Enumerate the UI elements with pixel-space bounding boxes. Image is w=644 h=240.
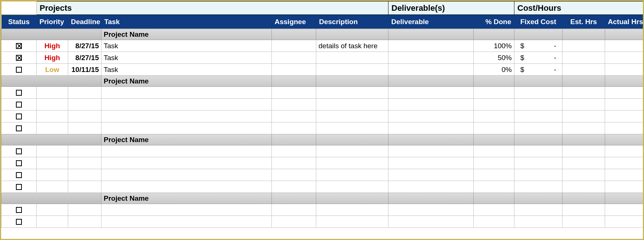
fixed-cost-cell[interactable] (514, 122, 563, 134)
deliverable-cell[interactable] (388, 99, 474, 111)
deadline-cell[interactable] (68, 99, 101, 111)
description-cell[interactable] (316, 204, 388, 216)
priority-cell[interactable]: Low (37, 64, 68, 76)
actual-hrs-cell[interactable] (605, 99, 644, 111)
assignee-cell[interactable] (272, 99, 316, 111)
est-hrs-cell[interactable] (563, 181, 605, 193)
status-cell[interactable] (1, 157, 37, 169)
checkbox-empty-icon[interactable] (16, 207, 22, 213)
est-hrs-cell[interactable] (563, 64, 605, 76)
priority-cell[interactable] (37, 216, 68, 228)
description-cell[interactable] (316, 52, 388, 64)
deadline-cell[interactable]: 10/11/15 (68, 64, 101, 76)
status-cell[interactable] (1, 99, 37, 111)
priority-cell[interactable] (37, 111, 68, 122)
fixed-cost-cell[interactable]: $- (514, 52, 563, 64)
task-cell[interactable] (101, 87, 272, 99)
fixed-cost-cell[interactable] (514, 169, 563, 181)
deliverable-cell[interactable] (388, 87, 474, 99)
fixed-cost-cell[interactable] (514, 99, 563, 111)
checkbox-empty-icon[interactable] (16, 67, 22, 73)
pct-done-cell[interactable] (474, 204, 514, 216)
status-cell[interactable] (1, 64, 37, 76)
status-cell[interactable] (1, 52, 37, 64)
deadline-cell[interactable] (68, 169, 101, 181)
deliverable-cell[interactable] (388, 64, 474, 76)
status-cell[interactable] (1, 87, 37, 99)
description-cell[interactable] (316, 157, 388, 169)
description-cell[interactable] (316, 145, 388, 157)
checkbox-checked-icon[interactable] (16, 43, 22, 49)
actual-hrs-cell[interactable] (605, 145, 644, 157)
description-cell[interactable] (316, 111, 388, 122)
task-cell[interactable] (101, 111, 272, 122)
priority-cell[interactable] (37, 157, 68, 169)
assignee-cell[interactable] (272, 204, 316, 216)
checkbox-empty-icon[interactable] (16, 102, 22, 108)
assignee-cell[interactable] (272, 87, 316, 99)
priority-cell[interactable]: High (37, 40, 68, 52)
status-cell[interactable] (1, 111, 37, 122)
actual-hrs-cell[interactable] (605, 64, 644, 76)
checkbox-empty-icon[interactable] (16, 148, 22, 154)
task-cell[interactable] (101, 169, 272, 181)
deadline-cell[interactable] (68, 145, 101, 157)
fixed-cost-cell[interactable] (514, 111, 563, 122)
assignee-cell[interactable] (272, 64, 316, 76)
checkbox-empty-icon[interactable] (16, 114, 22, 119)
est-hrs-cell[interactable] (563, 169, 605, 181)
actual-hrs-cell[interactable] (605, 122, 644, 134)
status-cell[interactable] (1, 216, 37, 228)
deliverable-cell[interactable] (388, 111, 474, 122)
status-cell[interactable] (1, 204, 37, 216)
est-hrs-cell[interactable] (563, 87, 605, 99)
fixed-cost-cell[interactable]: $- (514, 64, 563, 76)
priority-cell[interactable] (37, 145, 68, 157)
deliverable-cell[interactable] (388, 40, 474, 52)
est-hrs-cell[interactable] (563, 40, 605, 52)
description-cell[interactable] (316, 181, 388, 193)
assignee-cell[interactable] (272, 157, 316, 169)
deadline-cell[interactable]: 8/27/15 (68, 52, 101, 64)
task-cell[interactable]: Task (101, 52, 272, 64)
task-cell[interactable] (101, 204, 272, 216)
checkbox-empty-icon[interactable] (16, 172, 22, 178)
assignee-cell[interactable] (272, 122, 316, 134)
actual-hrs-cell[interactable] (605, 204, 644, 216)
deliverable-cell[interactable] (388, 145, 474, 157)
actual-hrs-cell[interactable] (605, 40, 644, 52)
est-hrs-cell[interactable] (563, 157, 605, 169)
deliverable-cell[interactable] (388, 169, 474, 181)
description-cell[interactable] (316, 64, 388, 76)
priority-cell[interactable] (37, 122, 68, 134)
est-hrs-cell[interactable] (563, 216, 605, 228)
priority-cell[interactable] (37, 99, 68, 111)
description-cell[interactable] (316, 169, 388, 181)
fixed-cost-cell[interactable] (514, 145, 563, 157)
description-cell[interactable]: details of task here (316, 40, 388, 52)
priority-cell[interactable] (37, 204, 68, 216)
deadline-cell[interactable] (68, 87, 101, 99)
status-cell[interactable] (1, 145, 37, 157)
status-cell[interactable] (1, 169, 37, 181)
pct-done-cell[interactable] (474, 216, 514, 228)
fixed-cost-cell[interactable] (514, 181, 563, 193)
status-cell[interactable] (1, 181, 37, 193)
deliverable-cell[interactable] (388, 52, 474, 64)
checkbox-empty-icon[interactable] (16, 125, 22, 131)
priority-cell[interactable]: High (37, 52, 68, 64)
priority-cell[interactable] (37, 87, 68, 99)
pct-done-cell[interactable]: 100% (474, 40, 514, 52)
actual-hrs-cell[interactable] (605, 169, 644, 181)
description-cell[interactable] (316, 87, 388, 99)
est-hrs-cell[interactable] (563, 204, 605, 216)
pct-done-cell[interactable] (474, 99, 514, 111)
fixed-cost-cell[interactable] (514, 87, 563, 99)
est-hrs-cell[interactable] (563, 99, 605, 111)
pct-done-cell[interactable]: 50% (474, 52, 514, 64)
deadline-cell[interactable] (68, 122, 101, 134)
est-hrs-cell[interactable] (563, 52, 605, 64)
assignee-cell[interactable] (272, 40, 316, 52)
priority-cell[interactable] (37, 181, 68, 193)
deliverable-cell[interactable] (388, 216, 474, 228)
